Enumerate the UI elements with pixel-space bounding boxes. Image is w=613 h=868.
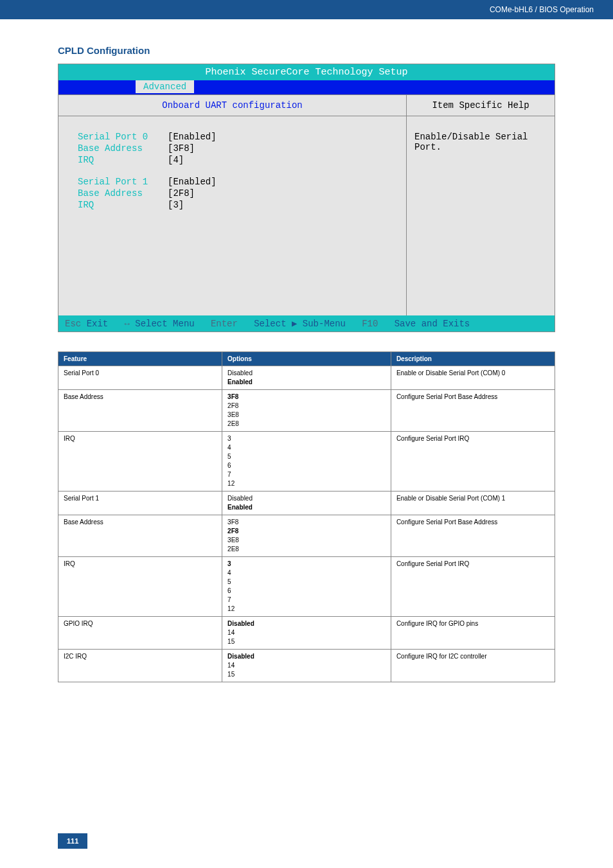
bios-setting-value: [Enabled]	[168, 177, 217, 187]
option-value: 2F8	[227, 527, 238, 535]
label-select-sub: Select ▶ Sub-Menu	[254, 319, 346, 329]
option-value: 3	[227, 435, 231, 442]
key-esc[interactable]: Esc	[65, 319, 81, 329]
bios-left-panel: Onboard UART configuration	[58, 95, 407, 116]
cell-description: Enable or Disable Serial Port (COM) 1	[391, 492, 555, 515]
bios-setting-label: Base Address	[78, 188, 168, 199]
option-value: 3	[227, 560, 231, 567]
bios-subtitle: Onboard UART configuration	[58, 95, 406, 116]
page-content: CPLD Configuration Phoenix SecureCore Te…	[0, 19, 613, 682]
option-value: Disabled	[227, 369, 253, 376]
option-value: 4	[227, 569, 231, 576]
bios-setting-label: Base Address	[78, 143, 168, 154]
bios-setting-value: [4]	[168, 155, 184, 165]
key-f10[interactable]: F10	[362, 319, 378, 329]
option-value: 15	[227, 638, 235, 645]
cell-options: 3F82F83E82E8	[222, 515, 391, 557]
label-select-menu: Select Menu	[135, 319, 194, 329]
table-row: Base Address3F82F83E82E8Configure Serial…	[58, 515, 555, 557]
bios-setting-value: [3]	[168, 200, 184, 210]
option-value: 2F8	[227, 402, 238, 409]
option-value: 14	[227, 662, 235, 669]
label-save-exits: Save and Exits	[395, 319, 470, 329]
page-number: 111	[58, 833, 87, 849]
page-header: COMe-bHL6 / BIOS Operation	[0, 0, 613, 19]
option-value: 5	[227, 578, 231, 585]
option-value: Enabled	[227, 504, 253, 511]
label-exit: Exit	[87, 319, 109, 329]
cell-description: Configure Serial Port IRQ	[391, 557, 555, 617]
bios-left-body: Serial Port 0[Enabled]Base Address[3F8]I…	[58, 116, 407, 315]
table-row: Base Address3F82F83E82E8Configure Serial…	[58, 390, 555, 432]
option-value: Disabled	[227, 620, 254, 627]
breadcrumb: COMe-bHL6 / BIOS Operation	[490, 5, 594, 14]
option-value: 7	[227, 471, 231, 478]
option-value: Disabled	[227, 653, 254, 660]
bios-setting-label: IRQ	[78, 155, 168, 165]
bios-screenshot: Phoenix SecureCore Technology Setup Adva…	[58, 64, 555, 332]
cell-feature: Serial Port 1	[58, 492, 222, 515]
option-value: 15	[227, 671, 235, 678]
cell-options: 3456712	[222, 432, 391, 492]
table-row: IRQ3456712Configure Serial Port IRQ	[58, 432, 555, 492]
cell-description: Configure IRQ for I2C controller	[391, 650, 555, 682]
bios-main: Onboard UART configuration Item Specific…	[58, 94, 555, 116]
cell-options: Disabled1415	[222, 617, 391, 650]
option-value: 4	[227, 444, 231, 451]
option-value: 7	[227, 596, 231, 603]
table-row: Serial Port 0DisabledEnabledEnable or Di…	[58, 366, 555, 390]
option-value: Disabled	[227, 495, 253, 502]
cell-description: Configure Serial Port Base Address	[391, 390, 555, 432]
cell-feature: GPIO IRQ	[58, 617, 222, 650]
bios-setting-group: Serial Port 1[Enabled]Base Address[2F8]I…	[78, 177, 393, 210]
bios-right-panel: Item Specific Help	[407, 95, 555, 116]
bios-title: Phoenix SecureCore Technology Setup	[58, 64, 555, 80]
option-value: 6	[227, 462, 231, 469]
cell-options: DisabledEnabled	[222, 366, 391, 390]
table-row: GPIO IRQDisabled1415Configure IRQ for GP…	[58, 617, 555, 650]
bios-setting-row[interactable]: IRQ[3]	[78, 200, 393, 210]
bios-setting-row[interactable]: Serial Port 1[Enabled]	[78, 177, 393, 187]
cell-description: Configure Serial Port Base Address	[391, 515, 555, 557]
bios-setting-group: Serial Port 0[Enabled]Base Address[3F8]I…	[78, 132, 393, 165]
bios-setting-row[interactable]: Base Address[3F8]	[78, 143, 393, 154]
bios-help-text: Enable/Disable Serial Port.	[407, 116, 555, 315]
cell-feature: IRQ	[58, 432, 222, 492]
cell-feature: I2C IRQ	[58, 650, 222, 682]
option-value: 12	[227, 605, 235, 612]
cell-feature: Serial Port 0	[58, 366, 222, 390]
table-row: IRQ3456712Configure Serial Port IRQ	[58, 557, 555, 617]
header-description: Description	[391, 352, 555, 366]
bios-setting-value: [3F8]	[168, 143, 195, 154]
bios-tab-advanced[interactable]: Advanced	[136, 80, 194, 93]
table-header-row: Feature Options Description	[58, 352, 555, 366]
bios-setting-label: IRQ	[78, 200, 168, 210]
header-feature: Feature	[58, 352, 222, 366]
table-row: I2C IRQDisabled1415Configure IRQ for I2C…	[58, 650, 555, 682]
bios-footer: Esc Exit ↔ Select Menu Enter Select ▶ Su…	[58, 315, 555, 332]
option-value: 12	[227, 480, 235, 487]
key-arrows[interactable]: ↔	[124, 319, 129, 329]
config-table: Feature Options Description Serial Port …	[58, 351, 555, 682]
bios-setting-row[interactable]: Base Address[2F8]	[78, 188, 393, 199]
header-options: Options	[222, 352, 391, 366]
bios-setting-label: Serial Port 1	[78, 177, 168, 187]
option-value: 6	[227, 587, 231, 594]
option-value: 5	[227, 453, 231, 460]
bios-body: Serial Port 0[Enabled]Base Address[3F8]I…	[58, 116, 555, 315]
option-value: 3F8	[227, 393, 238, 400]
option-value: 3E8	[227, 411, 239, 418]
key-enter[interactable]: Enter	[211, 319, 238, 329]
option-value: 3E8	[227, 536, 239, 544]
cell-options: 3F82F83E82E8	[222, 390, 391, 432]
option-value: 14	[227, 629, 235, 636]
bios-setting-row[interactable]: Serial Port 0[Enabled]	[78, 132, 393, 142]
cell-description: Configure IRQ for GPIO pins	[391, 617, 555, 650]
bios-help-title: Item Specific Help	[407, 95, 555, 116]
cell-options: DisabledEnabled	[222, 492, 391, 515]
cell-description: Enable or Disable Serial Port (COM) 0	[391, 366, 555, 390]
bios-setting-value: [2F8]	[168, 188, 195, 199]
bios-setting-row[interactable]: IRQ[4]	[78, 155, 393, 165]
cell-description: Configure Serial Port IRQ	[391, 432, 555, 492]
cell-feature: IRQ	[58, 557, 222, 617]
